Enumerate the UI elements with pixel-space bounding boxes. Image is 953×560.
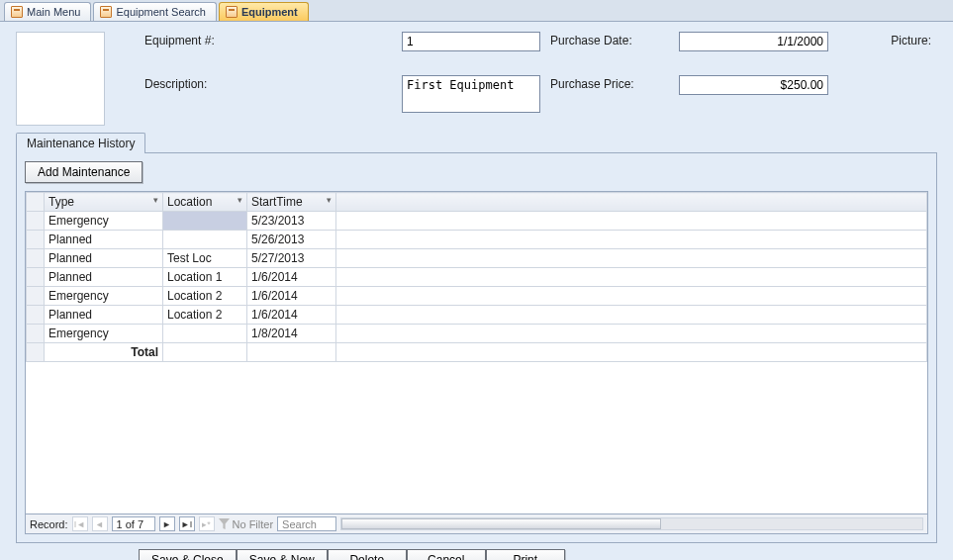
cell-blank — [336, 287, 927, 306]
maintenance-grid: Type▾ Location▾ StartTime▾ Emergency5/23… — [25, 191, 928, 534]
row-selector[interactable] — [27, 249, 45, 268]
search-input[interactable]: Search — [277, 516, 336, 531]
cell-type[interactable]: Planned — [45, 231, 163, 249]
tab-label: Equipment Search — [116, 6, 206, 18]
table-total-row: Total — [27, 343, 927, 362]
cell-location[interactable]: Test Loc — [163, 249, 247, 268]
save-close-button[interactable]: Save & Close — [139, 549, 237, 560]
chevron-down-icon[interactable]: ▾ — [238, 195, 242, 205]
table-row[interactable]: PlannedLocation 21/6/2014 — [27, 306, 927, 325]
row-selector[interactable] — [27, 287, 45, 306]
col-header-blank — [336, 193, 927, 212]
purchase-price-label: Purchase Price: — [550, 75, 669, 91]
cancel-button[interactable]: Cancel — [407, 549, 486, 560]
tab-main-menu[interactable]: Main Menu — [4, 2, 91, 21]
filter-icon — [219, 518, 230, 529]
cell-starttime[interactable]: 1/6/2014 — [247, 306, 336, 325]
tab-label: Equipment — [241, 6, 298, 18]
cell-blank — [336, 249, 927, 268]
grid-empty-area — [26, 362, 927, 513]
table-row[interactable]: PlannedTest Loc5/27/2013 — [27, 249, 927, 268]
delete-button[interactable]: Delete — [328, 549, 407, 560]
record-navigator: Record: I◄ ◄ 1 of 7 ► ►I ▸* No Filter Se… — [26, 513, 927, 533]
purchase-price-field[interactable] — [679, 75, 828, 95]
form-icon — [226, 6, 238, 18]
chevron-down-icon[interactable]: ▾ — [327, 195, 332, 205]
chevron-down-icon[interactable]: ▾ — [153, 195, 158, 205]
cell-starttime[interactable]: 5/26/2013 — [247, 231, 336, 249]
cell-location[interactable] — [163, 212, 247, 231]
table-row[interactable]: PlannedLocation 11/6/2014 — [27, 268, 927, 287]
col-header-starttime[interactable]: StartTime▾ — [247, 193, 336, 212]
form-icon — [11, 6, 23, 18]
cell-type[interactable]: Emergency — [45, 325, 163, 343]
cell-starttime[interactable]: 1/6/2014 — [247, 268, 336, 287]
nav-first-button[interactable]: I◄ — [72, 516, 88, 531]
cell-starttime[interactable]: 1/6/2014 — [247, 287, 336, 306]
col-header-location[interactable]: Location▾ — [163, 193, 247, 212]
record-position[interactable]: 1 of 7 — [112, 516, 155, 531]
row-selector[interactable] — [27, 325, 45, 343]
cell-blank — [336, 268, 927, 287]
cell-type[interactable]: Emergency — [45, 287, 163, 306]
cell-starttime[interactable]: 1/8/2014 — [247, 325, 336, 343]
cell-blank — [336, 231, 927, 249]
cell-type[interactable]: Planned — [45, 268, 163, 287]
cell-blank — [336, 325, 927, 343]
scrollbar-thumb[interactable] — [341, 518, 661, 529]
row-selector[interactable] — [27, 231, 45, 249]
row-selector-header[interactable] — [27, 193, 45, 212]
table-row[interactable]: EmergencyLocation 21/6/2014 — [27, 287, 927, 306]
purchase-date-label: Purchase Date: — [550, 32, 669, 47]
no-filter-indicator[interactable]: No Filter — [219, 518, 274, 530]
save-new-button[interactable]: Save & New — [237, 549, 328, 560]
window-tab-strip: Main Menu Equipment Search Equipment — [0, 0, 953, 22]
equipment-num-label: Equipment #: — [144, 32, 392, 47]
nav-next-button[interactable]: ► — [159, 516, 175, 531]
equipment-num-field[interactable] — [402, 32, 540, 51]
cell-location[interactable]: Location 2 — [163, 287, 247, 306]
form-footer-buttons: Save & Close Save & New Delete Cancel Pr… — [0, 543, 953, 560]
nav-last-button[interactable]: ►I — [179, 516, 195, 531]
record-label: Record: — [30, 518, 68, 530]
nav-prev-button[interactable]: ◄ — [92, 516, 108, 531]
print-button[interactable]: Print — [486, 549, 565, 560]
col-header-type[interactable]: Type▾ — [45, 193, 163, 212]
add-maintenance-button[interactable]: Add Maintenance — [25, 161, 143, 183]
table-row[interactable]: Planned5/26/2013 — [27, 231, 927, 249]
cell-starttime[interactable]: 5/23/2013 — [247, 212, 336, 231]
cell-location[interactable] — [163, 231, 247, 249]
tab-maintenance-history[interactable]: Maintenance History — [16, 133, 145, 153]
grid-header-row: Type▾ Location▾ StartTime▾ — [27, 193, 927, 212]
cell-starttime[interactable]: 5/27/2013 — [247, 249, 336, 268]
cell-location[interactable] — [163, 325, 247, 343]
purchase-date-field[interactable] — [679, 32, 828, 51]
cell-blank — [336, 212, 927, 231]
maintenance-subform: Add Maintenance Type▾ Location▾ StartTim… — [16, 152, 937, 543]
tab-equipment-search[interactable]: Equipment Search — [93, 2, 217, 21]
description-label: Description: — [144, 75, 392, 91]
tab-label: Main Menu — [27, 6, 80, 18]
cell-blank — [336, 306, 927, 325]
picture-box[interactable] — [16, 32, 105, 126]
cell-type[interactable]: Planned — [45, 306, 163, 325]
cell-location[interactable]: Location 1 — [163, 268, 247, 287]
row-selector[interactable] — [27, 306, 45, 325]
cell-location[interactable]: Location 2 — [163, 306, 247, 325]
form-icon — [100, 6, 112, 18]
description-field[interactable] — [402, 75, 540, 113]
cell-type[interactable]: Planned — [45, 249, 163, 268]
tab-equipment[interactable]: Equipment — [219, 2, 309, 21]
nav-new-button[interactable]: ▸* — [199, 516, 215, 531]
row-selector[interactable] — [27, 268, 45, 287]
table-row[interactable]: Emergency1/8/2014 — [27, 325, 927, 343]
table-row[interactable]: Emergency5/23/2013 — [27, 212, 927, 231]
picture-label: Picture: — [838, 32, 937, 47]
horizontal-scrollbar[interactable] — [340, 517, 923, 530]
form-header: Equipment #: Purchase Date: Picture: Des… — [0, 22, 953, 132]
row-selector[interactable] — [27, 212, 45, 231]
cell-type[interactable]: Emergency — [45, 212, 163, 231]
total-label: Total — [45, 343, 163, 362]
